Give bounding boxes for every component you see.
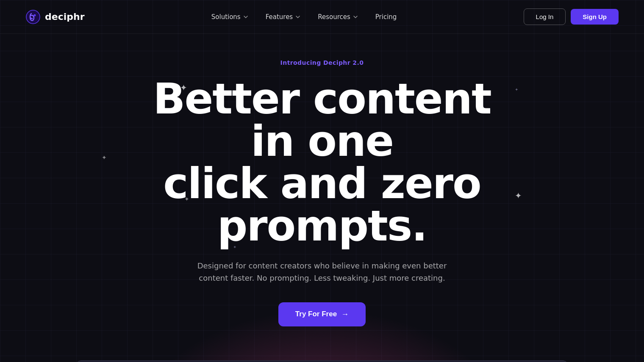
browser-topbar: ‹ › 🔒 app.deciphr.ai ⬆ ＋ ↻ <box>77 361 567 362</box>
hero-intro-label: Introducing Deciphr 2.0 <box>280 59 364 66</box>
browser-mockup: ‹ › 🔒 app.deciphr.ai ⬆ ＋ ↻ <box>76 360 568 362</box>
navbar: deciphr Solutions Features Resources <box>0 0 644 34</box>
hero-title: Better content in one click and zero pro… <box>131 78 513 247</box>
signup-button[interactable]: Sign Up <box>571 9 619 25</box>
logo-link[interactable]: deciphr <box>25 9 85 25</box>
chevron-down-icon-3 <box>353 14 358 20</box>
nav-links: Solutions Features Resources Pricing <box>205 10 404 24</box>
chevron-down-icon-2 <box>295 14 301 20</box>
nav-item-solutions[interactable]: Solutions <box>205 10 255 24</box>
nav-actions: Log In Sign Up <box>524 8 619 25</box>
arrow-icon: → <box>341 310 349 319</box>
nav-item-pricing[interactable]: Pricing <box>369 10 404 24</box>
nav-item-features[interactable]: Features <box>259 10 308 24</box>
hero-section: Introducing Deciphr 2.0 Better content i… <box>0 34 644 343</box>
svg-point-1 <box>34 14 36 16</box>
logo-text: deciphr <box>45 11 85 22</box>
page-wrapper: deciphr Solutions Features Resources <box>0 0 644 362</box>
login-button[interactable]: Log In <box>524 8 566 25</box>
chevron-down-icon <box>243 14 249 20</box>
svg-point-0 <box>26 10 40 24</box>
hero-subtitle: Designed for content creators who believ… <box>191 260 453 285</box>
try-for-free-button[interactable]: Try For Free → <box>278 302 366 326</box>
logo-icon <box>25 9 41 25</box>
nav-item-resources[interactable]: Resources <box>311 10 365 24</box>
